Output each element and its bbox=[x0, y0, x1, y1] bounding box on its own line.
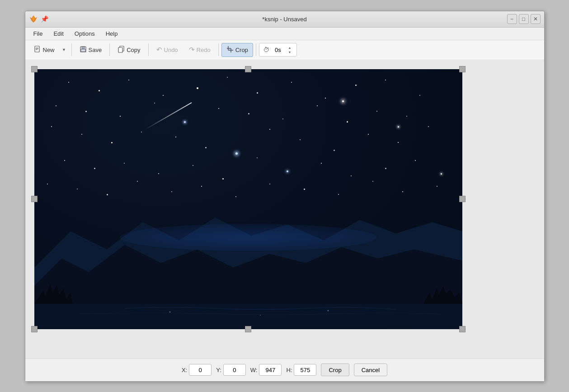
x-input[interactable] bbox=[189, 364, 212, 376]
title-bar-buttons: − □ ✕ bbox=[507, 14, 541, 24]
canvas-area bbox=[25, 60, 544, 359]
svg-point-19 bbox=[327, 310, 329, 312]
close-button[interactable]: ✕ bbox=[531, 14, 541, 24]
app-icon bbox=[29, 14, 38, 24]
separator-2 bbox=[109, 43, 110, 56]
y-input[interactable] bbox=[223, 364, 246, 376]
menu-edit[interactable]: Edit bbox=[49, 29, 68, 38]
redo-icon: ↷ bbox=[189, 46, 195, 54]
new-button-group: New ▼ bbox=[29, 43, 69, 57]
mountains-svg bbox=[34, 186, 462, 329]
separator-5 bbox=[256, 43, 256, 56]
x-coord-group: X: bbox=[182, 364, 212, 376]
bottom-bar: X: Y: W: H: Crop Cancel bbox=[25, 359, 544, 381]
redo-label: Redo bbox=[197, 47, 211, 53]
new-label: New bbox=[43, 47, 55, 53]
copy-button[interactable]: Copy bbox=[113, 43, 145, 57]
crop-button[interactable]: Crop bbox=[221, 43, 253, 57]
svg-rect-10 bbox=[118, 47, 122, 52]
menu-file[interactable]: File bbox=[29, 29, 47, 38]
crop-icon bbox=[226, 46, 234, 54]
minimize-button[interactable]: − bbox=[507, 14, 517, 24]
window-title: *ksnip - Unsaved bbox=[262, 16, 306, 23]
save-icon bbox=[80, 46, 87, 54]
svg-rect-8 bbox=[81, 49, 85, 52]
x-label: X: bbox=[182, 367, 187, 373]
new-button[interactable]: New bbox=[29, 43, 60, 57]
title-bar-left: 📌 bbox=[29, 14, 48, 24]
svg-rect-7 bbox=[82, 47, 85, 49]
menu-options[interactable]: Options bbox=[70, 29, 99, 38]
separator-1 bbox=[71, 43, 72, 56]
svg-rect-16 bbox=[34, 304, 462, 329]
maximize-button[interactable]: □ bbox=[519, 14, 529, 24]
night-sky-bg bbox=[34, 69, 462, 329]
timer-input[interactable] bbox=[271, 47, 285, 53]
crop-handle-top-right[interactable] bbox=[459, 66, 466, 72]
h-label: H: bbox=[286, 367, 292, 373]
crop-handle-bottom-right[interactable] bbox=[459, 326, 466, 332]
toolbar: New ▼ Save C bbox=[25, 40, 544, 60]
new-icon bbox=[34, 46, 41, 54]
image-container bbox=[34, 69, 462, 329]
save-button[interactable]: Save bbox=[75, 43, 107, 57]
crop-action-button[interactable]: Crop bbox=[321, 364, 349, 376]
screenshot-image bbox=[34, 69, 462, 329]
separator-3 bbox=[148, 43, 149, 56]
timer-control: ⏱ ▲ ▼ bbox=[259, 43, 297, 57]
main-window: 📌 *ksnip - Unsaved − □ ✕ File Edit Optio… bbox=[25, 11, 545, 382]
crop-handle-middle-left[interactable] bbox=[31, 196, 38, 202]
undo-label: Undo bbox=[164, 47, 178, 53]
crop-handle-middle-right[interactable] bbox=[459, 196, 466, 202]
h-input[interactable] bbox=[294, 364, 316, 376]
crop-handle-bottom-left[interactable] bbox=[31, 326, 38, 332]
redo-button[interactable]: ↷ Redo bbox=[184, 43, 216, 57]
menu-bar: File Edit Options Help bbox=[25, 28, 544, 40]
pin-icon[interactable]: 📌 bbox=[41, 15, 48, 23]
save-label: Save bbox=[89, 47, 102, 53]
crop-handle-bottom-center[interactable] bbox=[245, 326, 251, 332]
undo-icon: ↶ bbox=[156, 46, 162, 54]
svg-rect-15 bbox=[228, 48, 231, 50]
crop-handle-top-left[interactable] bbox=[31, 66, 38, 72]
menu-help[interactable]: Help bbox=[101, 29, 122, 38]
w-coord-group: W: bbox=[250, 364, 282, 376]
h-coord-group: H: bbox=[286, 364, 316, 376]
svg-point-18 bbox=[260, 315, 261, 316]
crop-handle-top-center[interactable] bbox=[245, 66, 251, 72]
undo-button[interactable]: ↶ Undo bbox=[151, 43, 183, 57]
y-label: Y: bbox=[216, 367, 221, 373]
new-dropdown-arrow[interactable]: ▼ bbox=[60, 43, 69, 57]
separator-4 bbox=[218, 43, 219, 56]
copy-icon bbox=[118, 46, 125, 54]
crop-toolbar-label: Crop bbox=[235, 47, 248, 53]
cancel-button[interactable]: Cancel bbox=[354, 364, 387, 376]
svg-point-17 bbox=[169, 312, 170, 313]
timer-icon: ⏱ bbox=[263, 46, 269, 53]
title-bar: 📌 *ksnip - Unsaved − □ ✕ bbox=[25, 11, 544, 28]
w-input[interactable] bbox=[259, 364, 282, 376]
timer-up-button[interactable]: ▲ bbox=[287, 45, 293, 50]
timer-down-button[interactable]: ▼ bbox=[287, 50, 293, 54]
copy-label: Copy bbox=[127, 47, 140, 53]
timer-spinner: ▲ ▼ bbox=[287, 45, 293, 54]
w-label: W: bbox=[250, 367, 258, 373]
y-coord-group: Y: bbox=[216, 364, 246, 376]
